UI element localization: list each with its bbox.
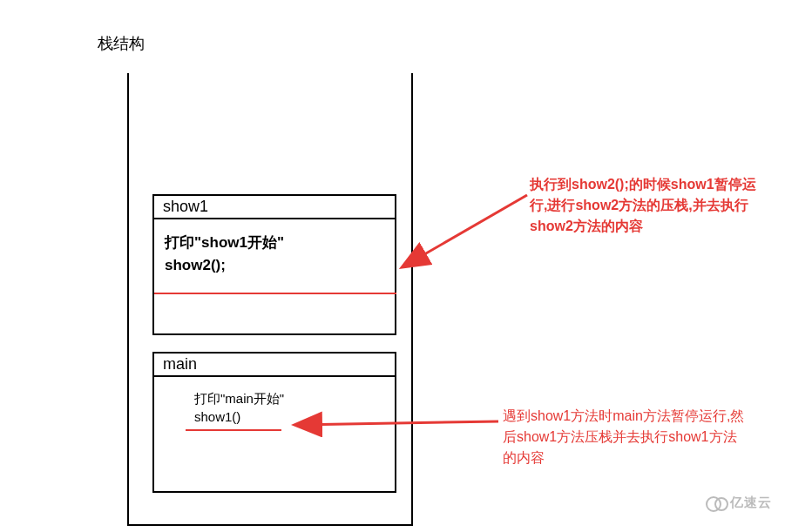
frame-title-show1: show1 bbox=[154, 196, 395, 219]
annotation-show2-push: 执行到show2();的时候show1暂停运行,进行show2方法的压栈,并去执… bbox=[530, 174, 756, 237]
frame-line: 打印"show1开始" bbox=[165, 232, 384, 254]
diagram-title: 栈结构 bbox=[98, 33, 145, 54]
stack-frame-main: main 打印"main开始" show1() bbox=[152, 352, 396, 493]
stack-outline: show1 打印"show1开始" show2(); main 打印"main开… bbox=[127, 73, 413, 526]
arrow-to-show1 bbox=[396, 188, 536, 275]
svg-line-1 bbox=[403, 195, 527, 266]
frame-title-main: main bbox=[154, 354, 395, 377]
stack-frame-show1: show1 打印"show1开始" show2(); bbox=[152, 194, 396, 335]
cloud-icon bbox=[706, 496, 727, 510]
frame-body-show1: 打印"show1开始" show2(); bbox=[154, 219, 395, 288]
execution-marker bbox=[186, 429, 281, 431]
frame-body-main: 打印"main开始" show1() bbox=[154, 377, 395, 438]
frame-line: show1() bbox=[194, 407, 384, 426]
execution-marker bbox=[154, 293, 396, 294]
annotation-show1-push: 遇到show1方法时main方法暂停运行,然后show1方法压栈并去执行show… bbox=[503, 406, 747, 468]
frame-line: show2(); bbox=[165, 254, 384, 277]
watermark: 亿速云 bbox=[706, 495, 772, 511]
frame-line: 打印"main开始" bbox=[194, 389, 384, 407]
watermark-text: 亿速云 bbox=[730, 495, 772, 511]
